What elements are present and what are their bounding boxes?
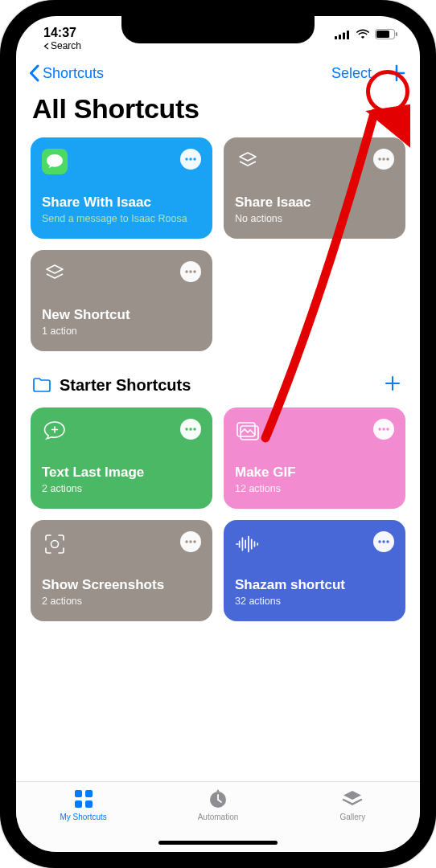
page-title: All Shortcuts — [16, 88, 420, 137]
shortcut-tile[interactable]: Shazam shortcut 32 actions — [224, 520, 405, 621]
svg-rect-32 — [85, 790, 93, 797]
tab-label: Gallery — [339, 813, 365, 821]
layers-icon — [42, 261, 68, 287]
nav-select-button[interactable]: Select — [331, 65, 372, 82]
svg-point-12 — [386, 158, 389, 160]
tab-gallery[interactable]: Gallery — [286, 788, 419, 821]
shortcut-tile[interactable]: Text Last Image 2 actions — [31, 407, 212, 509]
svg-rect-31 — [75, 790, 82, 797]
photos-icon — [235, 419, 261, 444]
waveform-icon — [235, 531, 261, 557]
svg-point-10 — [378, 158, 380, 160]
svg-point-21 — [378, 428, 380, 430]
nav-back-button[interactable]: Shortcuts — [29, 64, 104, 82]
ellipsis-icon — [185, 540, 196, 543]
tile-title: Make GIF — [235, 465, 394, 481]
svg-rect-6 — [396, 32, 397, 36]
starters-grid: Text Last Image 2 actions Make — [31, 407, 405, 621]
screenshot-icon — [42, 531, 68, 557]
status-time: 14:37 — [43, 26, 81, 40]
tile-more-button[interactable] — [373, 531, 394, 552]
clock-icon — [208, 788, 228, 809]
svg-point-25 — [185, 540, 187, 542]
ellipsis-icon — [185, 158, 196, 161]
shortcuts-grid: Share With Isaac Send a message to Isaac… — [31, 137, 405, 351]
tile-more-button[interactable] — [373, 149, 394, 170]
svg-point-8 — [189, 158, 191, 160]
svg-point-15 — [193, 270, 195, 272]
tile-title: Shazam shortcut — [235, 577, 394, 593]
tile-subtitle: 12 actions — [235, 483, 394, 496]
tile-title: Share With Isaac — [42, 194, 201, 211]
svg-rect-33 — [75, 800, 82, 808]
svg-point-27 — [193, 540, 195, 542]
svg-point-16 — [185, 428, 187, 430]
tile-subtitle: No actions — [235, 213, 394, 226]
content-area: Share With Isaac Send a message to Isaac… — [16, 137, 420, 781]
svg-point-14 — [189, 270, 191, 272]
svg-point-28 — [378, 540, 380, 542]
wifi-icon — [356, 29, 370, 39]
layers-icon — [235, 149, 261, 174]
tile-more-button[interactable] — [180, 261, 201, 282]
messages-app-icon — [42, 149, 68, 174]
ellipsis-icon — [378, 158, 389, 161]
section-title: Starter Shortcuts — [60, 376, 191, 395]
tile-more-button[interactable] — [373, 419, 394, 440]
shortcut-tile[interactable]: Share Isaac No actions — [224, 137, 405, 239]
tile-subtitle: 32 actions — [235, 596, 394, 608]
svg-rect-0 — [335, 36, 337, 39]
plus-icon — [388, 64, 405, 82]
shortcut-tile[interactable]: Share With Isaac Send a message to Isaac… — [31, 137, 212, 239]
tile-more-button[interactable] — [180, 149, 201, 170]
svg-rect-3 — [347, 31, 349, 39]
tile-subtitle: Send a message to Isaac Roosa — [42, 213, 201, 226]
ellipsis-icon — [378, 540, 389, 543]
shortcut-tile[interactable]: New Shortcut 1 action — [31, 250, 212, 351]
nav-back-label: Shortcuts — [43, 65, 104, 82]
shortcut-tile[interactable]: Make GIF 12 actions — [224, 407, 405, 509]
svg-point-11 — [382, 158, 385, 160]
svg-point-18 — [193, 428, 195, 430]
tile-subtitle: 1 action — [42, 326, 201, 338]
shortcut-tile[interactable]: Show Screenshots 2 actions — [31, 520, 212, 621]
tab-my-shortcuts[interactable]: My Shortcuts — [17, 788, 150, 821]
device-notch — [121, 16, 315, 43]
tile-title: Show Screenshots — [42, 577, 201, 593]
cellular-icon — [335, 30, 351, 39]
svg-point-30 — [386, 540, 389, 542]
svg-rect-34 — [85, 800, 93, 808]
chat-plus-icon — [42, 419, 68, 444]
plus-icon — [385, 375, 401, 391]
ellipsis-icon — [185, 428, 196, 431]
ellipsis-icon — [185, 270, 196, 273]
chevron-left-icon — [29, 64, 39, 82]
svg-point-13 — [185, 270, 187, 272]
status-back-label: Search — [51, 40, 81, 51]
folder-icon — [32, 377, 51, 393]
grid-icon — [73, 788, 94, 809]
device-frame: 14:37 Search Shortcuts Select — [0, 0, 436, 868]
screen: 14:37 Search Shortcuts Select — [16, 16, 420, 852]
svg-rect-5 — [376, 31, 389, 38]
gallery-icon — [342, 788, 363, 809]
svg-point-7 — [185, 158, 187, 160]
tab-label: My Shortcuts — [60, 813, 106, 821]
tab-automation[interactable]: Automation — [151, 788, 285, 821]
home-indicator[interactable] — [158, 841, 278, 845]
nav-bar: Shortcuts Select — [16, 55, 420, 88]
tile-title: New Shortcut — [42, 307, 201, 323]
tile-more-button[interactable] — [180, 531, 201, 552]
tile-more-button[interactable] — [180, 419, 201, 440]
svg-rect-2 — [343, 32, 345, 39]
section-header: Starter Shortcuts — [31, 362, 405, 396]
tile-title: Text Last Image — [42, 465, 201, 481]
nav-add-button[interactable] — [386, 63, 407, 84]
tab-label: Automation — [198, 813, 239, 821]
svg-point-22 — [382, 428, 385, 430]
status-back-to-app[interactable]: Search — [43, 40, 81, 51]
section-add-button[interactable] — [385, 374, 404, 396]
svg-point-9 — [193, 158, 195, 160]
svg-point-23 — [386, 428, 389, 430]
svg-rect-1 — [339, 35, 341, 39]
